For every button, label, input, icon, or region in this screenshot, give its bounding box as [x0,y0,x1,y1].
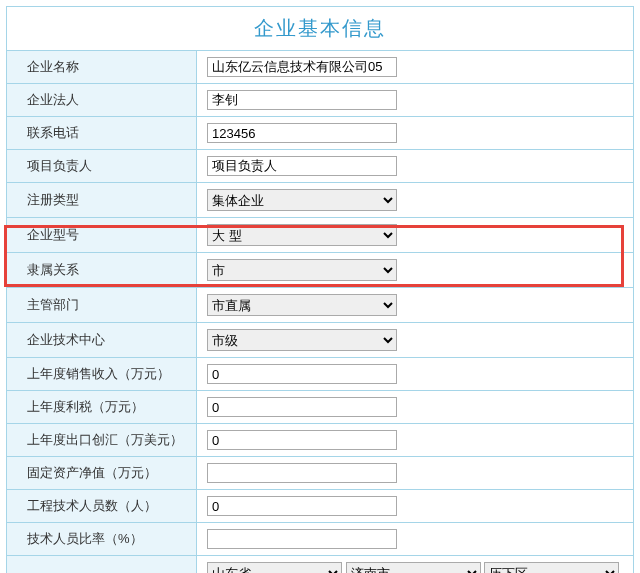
label-eng-staff: 工程技术人员数（人） [7,490,197,523]
input-company-name[interactable] [207,57,397,77]
input-prev-tax[interactable] [207,397,397,417]
input-fixed-assets[interactable] [207,463,397,483]
label-prev-tax: 上年度利税（万元） [7,391,197,424]
cell-tech-ratio [197,523,634,556]
label-tech-ratio: 技术人员比率（%） [7,523,197,556]
label-company-name: 企业名称 [7,51,197,84]
cell-address: 山东省 济南市 历下区 [197,556,634,574]
input-prev-export[interactable] [207,430,397,450]
label-tech-center: 企业技术中心 [7,323,197,358]
select-reg-type[interactable]: 集体企业 [207,189,397,211]
cell-supervisor-dept: 市直属 [197,288,634,323]
cell-prev-sales [197,358,634,391]
label-prev-sales: 上年度销售收入（万元） [7,358,197,391]
cell-eng-staff [197,490,634,523]
select-tech-center[interactable]: 市级 [207,329,397,351]
cell-prev-tax [197,391,634,424]
select-supervisor-dept[interactable]: 市直属 [207,294,397,316]
label-fixed-assets: 固定资产净值（万元） [7,457,197,490]
select-district[interactable]: 历下区 [484,562,619,573]
form-title: 企业基本信息 [7,7,634,51]
cell-fixed-assets [197,457,634,490]
label-project-leader: 项目负责人 [7,150,197,183]
cell-prev-export [197,424,634,457]
cell-company-name [197,51,634,84]
cell-phone [197,117,634,150]
select-affiliation[interactable]: 市 [207,259,397,281]
input-phone[interactable] [207,123,397,143]
label-enterprise-model: 企业型号 [7,218,197,253]
cell-affiliation: 市 [197,253,634,288]
cell-tech-center: 市级 [197,323,634,358]
input-eng-staff[interactable] [207,496,397,516]
select-enterprise-model[interactable]: 大 型 [207,224,397,246]
label-supervisor-dept: 主管部门 [7,288,197,323]
input-legal-person[interactable] [207,90,397,110]
label-prev-export: 上年度出口创汇（万美元） [7,424,197,457]
label-phone: 联系电话 [7,117,197,150]
input-prev-sales[interactable] [207,364,397,384]
cell-project-leader [197,150,634,183]
input-tech-ratio[interactable] [207,529,397,549]
label-affiliation: 隶属关系 [7,253,197,288]
label-address: 通讯地址 [7,556,197,574]
select-city[interactable]: 济南市 [346,562,481,573]
select-province[interactable]: 山东省 [207,562,342,573]
label-legal-person: 企业法人 [7,84,197,117]
cell-reg-type: 集体企业 [197,183,634,218]
label-reg-type: 注册类型 [7,183,197,218]
cell-enterprise-model: 大 型 [197,218,634,253]
form-container: 企业基本信息 企业名称 企业法人 联系电话 项目负责人 [0,0,640,573]
cell-legal-person [197,84,634,117]
input-project-leader[interactable] [207,156,397,176]
enterprise-info-table: 企业基本信息 企业名称 企业法人 联系电话 项目负责人 [6,6,634,573]
